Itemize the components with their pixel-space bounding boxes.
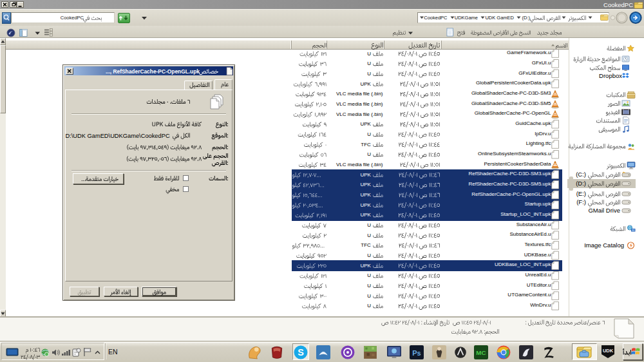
svg-text:S: S (298, 347, 304, 357)
svg-text:Ps: Ps (412, 349, 421, 357)
svg-text:MC: MC (476, 349, 486, 356)
svg-text:UDK: UDK (603, 348, 614, 354)
